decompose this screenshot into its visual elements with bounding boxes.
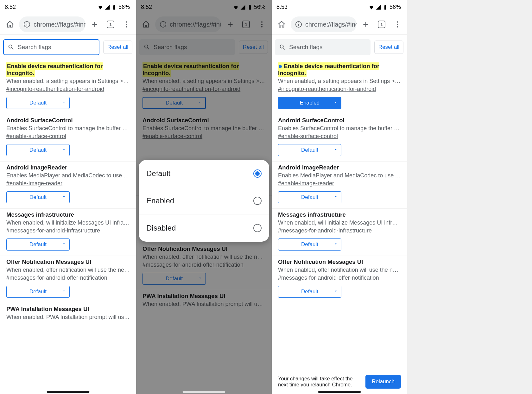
flag-anchor-link[interactable]: #enable-image-reader <box>278 180 334 187</box>
battery-icon <box>383 4 388 10</box>
flag-description: Enables MediaPlayer and MediaCodec to us… <box>6 172 130 179</box>
flag-dropdown-value: Default <box>301 147 318 153</box>
flag-description: When enabled, a setting appears in Setti… <box>6 78 130 85</box>
nav-handle[interactable] <box>183 391 225 393</box>
flag-anchor-link[interactable]: #incognito-reauthentication-for-android <box>278 86 376 92</box>
browser-toolbar: chrome://flags/#incogni 1 <box>272 14 407 35</box>
flag-dropdown-value: Default <box>29 147 47 153</box>
flags-search-row: Search flags Reset all <box>272 35 407 60</box>
svg-point-4 <box>126 24 127 25</box>
flags-list[interactable]: Enable device reauthentication for Incog… <box>272 60 407 394</box>
new-tab-button[interactable] <box>88 18 101 31</box>
home-button[interactable] <box>3 18 16 31</box>
search-input[interactable]: Search flags <box>275 39 370 55</box>
flag-dropdown-value: Default <box>29 100 47 106</box>
site-info-icon <box>23 21 30 28</box>
tabs-button[interactable]: 1 <box>104 18 117 31</box>
reset-all-button[interactable]: Reset all <box>103 41 132 54</box>
screen-initial: 8:52 56% chrome://flags/#incogni 1 Searc… <box>0 0 136 394</box>
option-label: Default <box>146 169 170 178</box>
flag-description: When enabled, PWA Installation prompt wi… <box>6 314 130 321</box>
new-tab-button[interactable] <box>359 18 372 31</box>
nav-handle[interactable] <box>47 391 90 393</box>
relaunch-button[interactable]: Relaunch <box>365 375 401 389</box>
menu-button[interactable] <box>391 18 404 31</box>
chevron-down-icon <box>333 194 338 200</box>
flag-dropdown-value: Default <box>301 194 318 200</box>
flag-dropdown[interactable]: Default <box>6 144 70 156</box>
flag-anchor-link[interactable]: #messages-for-android-infrastructure <box>6 227 100 234</box>
svg-point-2 <box>27 22 27 23</box>
flag-item: Android ImageReader Enables MediaPlayer … <box>0 161 136 208</box>
flag-item: Android SurfaceControl Enables SurfaceCo… <box>272 114 407 161</box>
screen-enabled: 8:53 56% chrome://flags/#incogni 1 Searc… <box>272 0 407 394</box>
chevron-down-icon <box>62 241 66 248</box>
search-input[interactable]: Search flags <box>3 39 99 55</box>
browser-toolbar: chrome://flags/#incogni 1 <box>0 14 136 35</box>
flag-dropdown-value: Enabled <box>300 100 320 106</box>
flag-anchor-link[interactable]: #messages-for-android-offer-notification <box>6 275 107 281</box>
flag-dropdown[interactable]: Default <box>278 191 341 203</box>
signal-icon <box>376 4 381 10</box>
status-icons: 56% <box>369 4 401 10</box>
flag-dropdown[interactable]: Default <box>6 191 70 203</box>
chevron-down-icon <box>62 147 66 153</box>
flag-dropdown-value: Default <box>301 289 318 295</box>
search-placeholder: Search flags <box>18 44 51 51</box>
svg-point-3 <box>126 21 127 22</box>
omnibox[interactable]: chrome://flags/#incogni <box>19 16 86 32</box>
flag-dropdown[interactable]: Enabled <box>278 97 341 109</box>
flag-item: Messages infrastructure When enabled, wi… <box>272 208 407 256</box>
wifi-icon <box>369 4 374 10</box>
flag-title: PWA Installation Messages UI <box>6 306 89 312</box>
flag-dropdown[interactable]: Default <box>278 144 341 156</box>
flag-item: Android SurfaceControl Enables SurfaceCo… <box>0 114 136 161</box>
flag-anchor-link[interactable]: #enable-image-reader <box>6 180 62 187</box>
flag-dropdown[interactable]: Default <box>278 286 341 298</box>
status-bar: 8:53 56% <box>272 0 407 14</box>
flag-dropdown[interactable]: Default <box>278 238 341 251</box>
flag-title: Enable device reauthentication for Incog… <box>278 62 379 77</box>
flag-description: When enabled, a setting appears in Setti… <box>278 78 401 85</box>
menu-button[interactable] <box>120 18 133 31</box>
flags-list[interactable]: Enable device reauthentication for Incog… <box>0 60 136 394</box>
dropdown-option-default[interactable]: Default <box>139 160 269 187</box>
flag-title: Enable device reauthentication for Incog… <box>6 62 103 77</box>
omnibox[interactable]: chrome://flags/#incogni <box>291 16 357 32</box>
dropdown-option-disabled[interactable]: Disabled <box>139 214 269 242</box>
flag-item: Enable device reauthentication for Incog… <box>0 60 136 114</box>
flag-dropdown[interactable]: Default <box>6 286 70 298</box>
dropdown-option-enabled[interactable]: Enabled <box>139 187 269 214</box>
search-icon <box>279 44 286 51</box>
flag-anchor-link[interactable]: #enable-surface-control <box>6 133 66 140</box>
flag-anchor-link[interactable]: #enable-surface-control <box>278 133 338 140</box>
tabs-button[interactable]: 1 <box>375 18 388 31</box>
svg-point-16 <box>397 24 398 25</box>
nav-handle[interactable] <box>318 391 361 393</box>
flag-item: Offer Notification Messages UI When enab… <box>0 256 136 303</box>
flag-title: Android ImageReader <box>278 164 339 171</box>
battery-pct: 56% <box>118 4 130 10</box>
flag-dropdown-value: Default <box>29 241 47 248</box>
site-info-icon <box>295 21 302 28</box>
flag-anchor-link[interactable]: #messages-for-android-infrastructure <box>278 227 372 234</box>
search-placeholder: Search flags <box>289 44 323 51</box>
home-button[interactable] <box>275 18 288 31</box>
chevron-down-icon <box>333 147 338 153</box>
svg-point-14 <box>298 22 299 23</box>
flag-anchor-link[interactable]: #messages-for-android-offer-notification <box>278 275 379 281</box>
flag-dropdown[interactable]: Default <box>6 238 70 251</box>
flag-item: Messages infrastructure When enabled, wi… <box>0 208 136 256</box>
radio-icon <box>253 224 262 232</box>
reset-all-button[interactable]: Reset all <box>374 41 403 54</box>
flag-anchor-link[interactable]: #incognito-reauthentication-for-android <box>6 86 104 92</box>
modified-dot-icon <box>279 65 282 68</box>
flag-item: Offer Notification Messages UI When enab… <box>272 256 407 303</box>
omnibox-url: chrome://flags/#incogni <box>305 21 357 28</box>
relaunch-message: Your changes will take effect the next t… <box>278 376 360 388</box>
screen-popup: 8:52 56% chrome://flags/#incogni 1 Searc… <box>136 0 272 394</box>
flag-dropdown[interactable]: Default <box>6 97 70 109</box>
signal-icon <box>104 4 110 10</box>
dropdown-popup: Default Enabled Disabled <box>139 160 269 242</box>
flag-title: Messages infrastructure <box>6 211 74 218</box>
